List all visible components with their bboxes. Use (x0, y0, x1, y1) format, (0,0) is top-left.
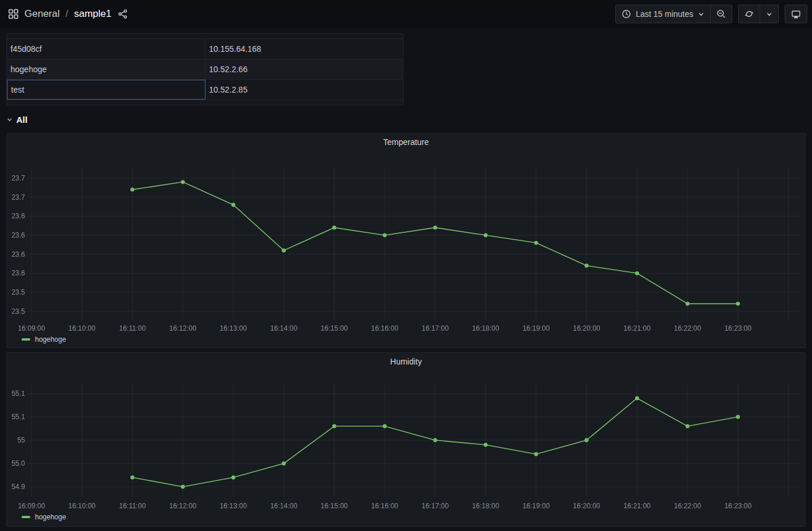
table-row[interactable]: hogehoge 10.52.2.66 (7, 59, 403, 80)
temperature-panel: Temperature 23.723.723.623.623.623.623.5… (6, 133, 806, 348)
x-axis-label: 16:19:00 (523, 324, 550, 332)
dashboard-row-toggle[interactable]: All (6, 112, 27, 127)
humidity-panel: Humidity 55.155.15555.054.916:09:0016:10… (6, 352, 806, 527)
x-axis-label: 16:20:00 (573, 502, 600, 510)
chevron-down-icon (6, 116, 13, 123)
data-point (130, 476, 134, 480)
y-axis-label: 55.0 (12, 459, 26, 468)
x-axis-label: 16:18:00 (472, 502, 499, 510)
x-axis-label: 16:23:00 (724, 324, 751, 332)
chevron-down-icon (766, 11, 772, 17)
y-axis-label: 23.7 (12, 174, 26, 182)
data-point (534, 241, 538, 245)
dashboard-toolbar: General / sample1 Last 15 minu (0, 0, 812, 28)
data-point (584, 438, 588, 442)
y-axis-label: 23.6 (12, 231, 26, 239)
x-axis-label: 16:20:00 (573, 324, 600, 332)
row-title: All (16, 115, 27, 125)
table-cell-ip[interactable]: 10.155.64.168 (205, 39, 403, 59)
table-cell-name[interactable]: f45d08cf (7, 39, 205, 59)
data-point (736, 415, 740, 419)
data-point (181, 485, 185, 489)
y-axis-label: 23.6 (12, 250, 26, 259)
x-axis-label: 16:22:00 (674, 502, 701, 510)
breadcrumb-folder[interactable]: General (24, 8, 59, 20)
x-axis-label: 16:12:00 (169, 502, 197, 510)
chevron-down-icon (698, 11, 704, 17)
time-range-group: Last 15 minutes (615, 5, 732, 23)
table-cell-ip[interactable]: 10.52.2.85 (205, 80, 403, 100)
x-axis-label: 16:16:00 (371, 502, 399, 510)
table-panel: f45d08cf 10.155.64.168 hogehoge 10.52.2.… (6, 33, 403, 105)
refresh-group (738, 5, 779, 23)
x-axis-label: 16:18:00 (472, 324, 499, 332)
x-axis-label: 16:11:00 (119, 502, 146, 510)
humidity-chart[interactable]: 55.155.15555.054.916:09:0016:10:0016:11:… (7, 353, 805, 526)
table-partial-row (7, 34, 403, 39)
refresh-button[interactable] (739, 5, 760, 23)
x-axis-label: 16:13:00 (219, 324, 247, 332)
data-point (383, 424, 387, 429)
data-point (635, 397, 639, 401)
data-point (332, 424, 336, 429)
data-point (534, 452, 538, 456)
zoom-out-button[interactable] (710, 5, 732, 23)
tv-icon (791, 9, 801, 19)
x-axis-label: 16:14:00 (270, 502, 297, 510)
data-point (484, 233, 488, 238)
breadcrumb-separator: / (65, 8, 68, 20)
data-point (332, 226, 336, 230)
table-cell-name[interactable]: hogehoge (7, 59, 205, 79)
data-point (383, 233, 387, 238)
y-axis-label: 23.6 (12, 212, 26, 220)
x-axis-label: 16:21:00 (623, 502, 651, 510)
x-axis-label: 16:15:00 (321, 502, 348, 510)
data-point (433, 438, 437, 442)
chart-legend: hogehoge (22, 335, 66, 344)
x-axis-label: 16:09:00 (18, 502, 45, 510)
y-axis-label: 23.7 (12, 193, 26, 201)
legend-series-label[interactable]: hogehoge (35, 335, 66, 344)
x-axis-label: 16:13:00 (219, 502, 247, 510)
data-point (282, 249, 286, 253)
x-axis-label: 16:17:00 (421, 502, 449, 510)
time-range-label: Last 15 minutes (636, 9, 693, 19)
cycle-view-mode-button[interactable] (785, 5, 807, 23)
data-point (584, 264, 588, 268)
x-axis-label: 16:17:00 (421, 324, 449, 332)
data-point (484, 443, 488, 447)
refresh-icon (744, 9, 754, 19)
data-point (231, 203, 235, 207)
data-point (686, 424, 690, 429)
x-axis-label: 16:16:00 (371, 324, 399, 332)
x-axis-label: 16:10:00 (68, 502, 95, 510)
x-axis-label: 16:09:00 (18, 324, 45, 332)
table-cell-name-focused[interactable]: test (7, 80, 205, 100)
time-range-picker[interactable]: Last 15 minutes (616, 5, 710, 23)
x-axis-label: 16:14:00 (270, 324, 297, 332)
y-axis-label: 23.5 (12, 307, 26, 316)
legend-swatch (22, 516, 30, 518)
data-point (130, 187, 134, 192)
breadcrumb-dashboard[interactable]: sample1 (74, 8, 111, 20)
y-axis-label: 23.5 (12, 288, 26, 296)
share-icon[interactable] (118, 9, 127, 19)
x-axis-label: 16:11:00 (119, 324, 146, 332)
data-point (181, 180, 185, 184)
temperature-chart[interactable]: 23.723.723.623.623.623.623.523.516:09:00… (7, 133, 805, 348)
zoom-out-icon (717, 9, 726, 19)
data-point (231, 476, 235, 480)
x-axis-label: 16:23:00 (724, 502, 751, 510)
apps-icon (8, 9, 19, 19)
x-axis-label: 16:15:00 (321, 324, 348, 332)
y-axis-label: 55.1 (12, 413, 26, 421)
table-row[interactable]: f45d08cf 10.155.64.168 (7, 39, 403, 59)
kiosk-group (785, 5, 807, 23)
table-row[interactable]: test 10.52.2.85 (7, 80, 403, 100)
legend-series-label[interactable]: hogehoge (35, 513, 66, 521)
x-axis-label: 16:22:00 (674, 324, 701, 332)
refresh-interval-dropdown[interactable] (760, 5, 778, 23)
y-axis-label: 23.6 (12, 269, 26, 277)
data-point (433, 226, 437, 230)
table-cell-ip[interactable]: 10.52.2.66 (205, 59, 403, 79)
